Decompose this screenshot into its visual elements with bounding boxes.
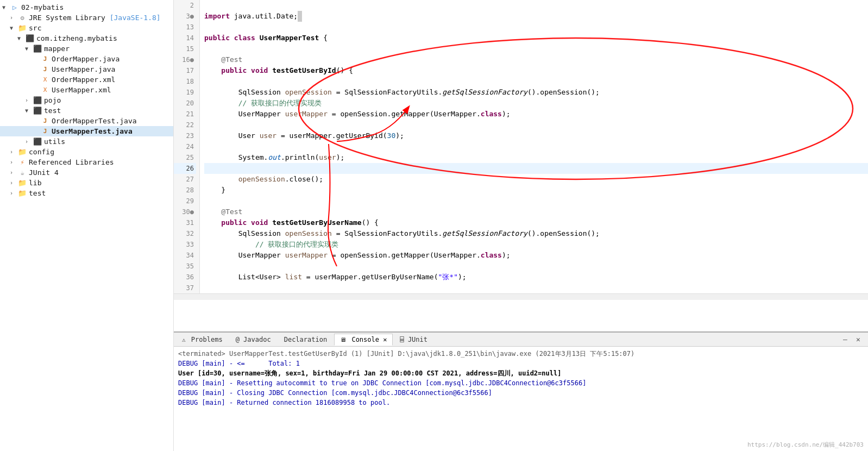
sidebar-item-test[interactable]: ▼ ⬛ test [0,105,173,116]
sidebar-item-label: src [29,24,41,32]
line-num: 27 [174,174,196,185]
line-num: 25 [174,152,196,163]
sidebar-item-lib[interactable]: › 📁 lib [0,178,173,188]
line-num: 17 [174,65,196,76]
sidebar-item-label: utils [44,137,65,146]
panel-tabs: ⚠ Problems @ Javadoc Declaration 🖥 Conso… [174,333,868,347]
sidebar-item-label: OrderMapper.java [52,55,119,63]
code-line-33: // 获取接口的代理实现类 [204,239,868,250]
tree-arrow: ▼ [10,25,17,31]
tree-arrow: › [10,190,17,196]
folder-icon: 📁 [17,148,27,156]
sidebar-item-label: UserMapper.java [52,65,115,73]
tree-arrow: ▼ [25,46,33,52]
sidebar-item-package[interactable]: ▼ ⬛ com.itzheng.mybatis [0,33,173,43]
sidebar-item-config[interactable]: › 📁 config [0,147,173,157]
code-line-23: User user = userMapper.getUserByid(30); [204,130,868,141]
tab-junit[interactable]: ⌸ JUnit [394,334,433,346]
code-line-24 [204,141,868,152]
code-line-32: SqlSession openSession = SqlSessionFacto… [204,228,868,239]
tree-arrow: › [25,97,33,103]
project-icon: ▷ [10,3,20,11]
tree-arrow: › [10,159,17,165]
tree-arrow: › [10,149,17,155]
sidebar-item-test-root[interactable]: › 📁 test [0,188,173,198]
tab-console[interactable]: 🖥 Console ✕ [334,334,393,346]
sidebar-item-label: config [29,148,54,156]
minimize-panel-button[interactable]: — [840,334,851,345]
sidebar-item-label: test [44,107,61,115]
sidebar-item-ordermapper-java[interactable]: J OrderMapper.java [0,54,173,64]
console-line-debug4: DEBUG [main] - Returned connection 18160… [178,398,864,408]
sidebar-item-label: JRE System Library [JavaSE-1.8] [29,14,161,22]
sidebar-item-referenced-libraries[interactable]: › ⚡ Referenced Libraries [0,157,173,167]
code-line-25: System.out.println(user); [204,152,868,163]
sidebar-item-label: lib [29,179,41,187]
line-num: 21 [174,109,196,120]
tree-arrow [33,87,40,93]
sidebar-item-src[interactable]: ▼ 📁 src [0,23,173,33]
code-line-28: } [204,185,868,196]
java-file-icon: J [40,66,50,73]
line-num: 20 [174,98,196,109]
sidebar-item-ordermapper-xml[interactable]: X OrderMapper.xml [0,74,173,85]
sidebar-item-usermapper-xml[interactable]: X UserMapper.xml [0,85,173,95]
sidebar-item-label: pojo [44,96,61,104]
java-file-icon: J [40,128,50,135]
sidebar-item-jre[interactable]: › ⚙ JRE System Library [JavaSE-1.8] [0,12,173,23]
code-line-3: import java.util.Date; [204,11,868,22]
sidebar-item-label: OrderMapper.xml [52,76,115,84]
tree-arrow [33,66,40,72]
jre-icon: ⚙ [17,14,27,22]
folder-icon: 📁 [17,189,27,197]
code-line-18 [204,76,868,87]
xml-file-icon: X [40,86,50,93]
line-num: 18 [174,76,196,87]
tab-declaration[interactable]: Declaration [278,334,333,346]
java-file-icon: J [40,117,50,124]
console-line-debug1: DEBUG [main] - <= Total: 1 [178,359,864,368]
sidebar-item-mapper[interactable]: ▼ ⬛ mapper [0,43,173,54]
line-num: 3● [174,11,196,22]
tab-label: @ Javadoc [236,336,271,343]
code-line-27: openSession.close(); [204,174,868,185]
watermark: https://blog.csdn.ne/编辑_442b703 [747,441,864,449]
code-line-17: public void testGetUserById() { [204,65,868,76]
close-panel-button[interactable]: ✕ [853,334,864,345]
code-editor[interactable]: 2 3● 13 14 15 16● 17 18 19 20 21 22 23 2… [174,0,868,293]
tab-javadoc[interactable]: @ Javadoc [230,334,277,346]
folder-icon: 📁 [17,179,27,187]
line-num-active: 26 [174,163,196,174]
console-line-debug2: DEBUG [main] - Resetting autocommit to t… [178,378,864,388]
code-line-21: UserMapper userMapper = openSession.getM… [204,109,868,120]
line-num: 35 [174,261,196,272]
tree-arrow: › [25,139,33,145]
sidebar-item-junit4[interactable]: › ☕ JUnit 4 [0,167,173,178]
sidebar-item-label: OrderMapperTest.java [52,117,137,125]
sidebar-item-utils[interactable]: › ⬛ utils [0,136,173,147]
package-icon: ⬛ [33,107,42,115]
bottom-panel: ⚠ Problems @ Javadoc Declaration 🖥 Conso… [174,331,868,451]
line-numbers: 2 3● 13 14 15 16● 17 18 19 20 21 22 23 2… [174,0,200,293]
line-num: 24 [174,141,196,152]
code-line-2 [204,0,868,11]
sidebar-item-ordermappertest[interactable]: J OrderMapperTest.java [0,116,173,126]
tab-problems[interactable]: ⚠ Problems [176,334,229,346]
horizontal-scrollbar[interactable] [174,293,868,300]
editor-wrapper: 2 3● 13 14 15 16● 17 18 19 20 21 22 23 2… [174,0,868,331]
code-line-14: public class UserMapperTest { [204,33,868,43]
package-icon: ⬛ [33,45,42,53]
sidebar-item-02mybatis[interactable]: ▼ ▷ 02-mybatis [0,2,173,12]
code-line-26 [204,163,868,174]
sidebar-item-label: UserMapper.xml [52,86,111,94]
sidebar-item-usermapper-java[interactable]: J UserMapper.java [0,64,173,74]
sidebar-item-pojo[interactable]: › ⬛ pojo [0,95,173,105]
package-icon: ⬛ [33,137,42,146]
line-num: 36 [174,272,196,283]
sidebar: ▼ ▷ 02-mybatis › ⚙ JRE System Library [J… [0,0,174,451]
line-num: 22 [174,120,196,130]
line-num: 29 [174,196,196,206]
console-icon: 🖥 [340,336,346,343]
sidebar-item-usermappertest[interactable]: J UserMapperTest.java [0,126,173,136]
tree-arrow [33,77,40,83]
